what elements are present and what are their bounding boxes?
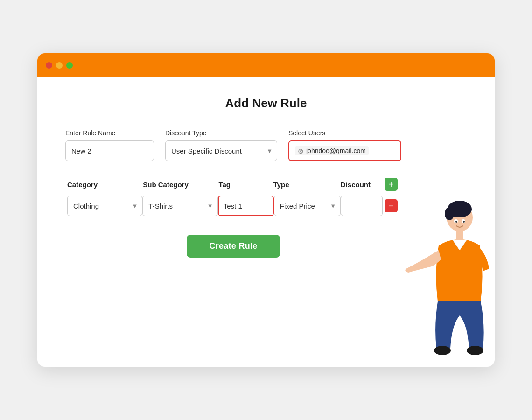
- col-header-discount: Discount: [341, 181, 383, 189]
- main-content: Add New Rule Enter Rule Name Discount Ty…: [37, 77, 495, 367]
- titlebar: [37, 53, 495, 77]
- discount-type-select[interactable]: User Specific Discount Product Discount …: [165, 140, 277, 161]
- col-header-action: +: [383, 178, 399, 191]
- type-cell: Fixed Price Percentage ▼: [274, 196, 341, 216]
- tag-input-wrapper: [218, 196, 274, 216]
- close-dot[interactable]: [46, 62, 52, 69]
- page-title: Add New Rule: [65, 96, 467, 111]
- tag-input[interactable]: [224, 202, 268, 210]
- category-cell: Clothing Electronics Footwear ▼: [67, 196, 142, 216]
- category-select[interactable]: Clothing Electronics Footwear: [67, 196, 142, 216]
- svg-point-9: [463, 221, 465, 223]
- top-fields-row: Enter Rule Name Discount Type User Speci…: [65, 129, 401, 161]
- user-tag-label: johndoe@gmail.com: [306, 147, 366, 154]
- subcategory-select-wrapper: T-Shirts Jeans Jackets ▼: [142, 196, 217, 216]
- svg-point-3: [434, 346, 451, 355]
- form-section: Enter Rule Name Discount Type User Speci…: [65, 129, 401, 258]
- app-window: Add New Rule Enter Rule Name Discount Ty…: [37, 53, 495, 367]
- subcategory-cell: T-Shirts Jeans Jackets ▼: [142, 196, 217, 216]
- category-select-wrapper: Clothing Electronics Footwear ▼: [67, 196, 142, 216]
- table-row: Clothing Electronics Footwear ▼ T-Shirts: [65, 196, 401, 216]
- add-row-button[interactable]: +: [385, 178, 398, 191]
- illustration: [387, 189, 495, 367]
- maximize-dot[interactable]: [66, 62, 73, 69]
- create-rule-button[interactable]: Create Rule: [187, 235, 280, 258]
- col-header-tag: Tag: [218, 181, 273, 189]
- discount-type-select-wrapper: User Specific Discount Product Discount …: [165, 140, 277, 161]
- select-users-field[interactable]: ⊗ johndoe@gmail.com: [288, 140, 401, 161]
- create-rule-row: Create Rule: [65, 235, 401, 258]
- user-tag: ⊗ johndoe@gmail.com: [295, 146, 369, 155]
- discount-cell: [341, 196, 383, 216]
- svg-point-2: [445, 207, 454, 220]
- remove-tag-icon[interactable]: ⊗: [298, 147, 304, 154]
- svg-rect-5: [456, 230, 463, 240]
- discount-input[interactable]: [341, 196, 383, 216]
- discount-type-label: Discount Type: [165, 129, 277, 137]
- tag-cell: [218, 196, 274, 216]
- table-section: Category Sub Category Tag Type Discount …: [65, 178, 401, 216]
- minimize-dot[interactable]: [56, 62, 63, 69]
- rule-name-label: Enter Rule Name: [65, 129, 154, 137]
- col-header-category: Category: [67, 181, 143, 189]
- type-select[interactable]: Fixed Price Percentage: [274, 196, 341, 216]
- rule-name-input[interactable]: [65, 140, 154, 161]
- table-header: Category Sub Category Tag Type Discount …: [65, 178, 401, 191]
- select-users-group: Select Users ⊗ johndoe@gmail.com: [288, 129, 401, 161]
- col-header-type: Type: [273, 181, 341, 189]
- discount-type-group: Discount Type User Specific Discount Pro…: [165, 129, 277, 161]
- svg-point-8: [455, 221, 457, 223]
- svg-point-4: [467, 346, 483, 355]
- type-select-wrapper: Fixed Price Percentage ▼: [274, 196, 341, 216]
- col-header-subcategory: Sub Category: [143, 181, 218, 189]
- subcategory-select[interactable]: T-Shirts Jeans Jackets: [142, 196, 217, 216]
- rule-name-group: Enter Rule Name: [65, 129, 154, 161]
- select-users-label: Select Users: [288, 129, 401, 137]
